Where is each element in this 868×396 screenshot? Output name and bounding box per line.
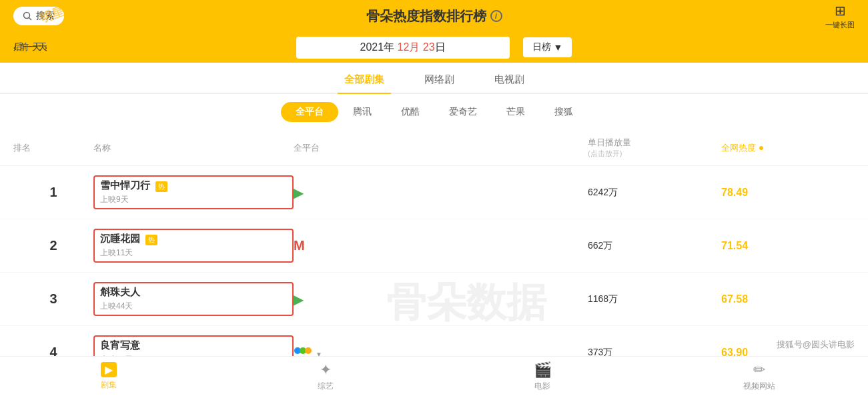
platform-youku[interactable]: 优酷 [386, 102, 434, 122]
show-tag-2: 热 [145, 235, 157, 245]
heat-1: 78.49 [721, 187, 855, 199]
views-2: 662万 [588, 240, 721, 252]
nav-movie[interactable]: 🎬 电影 [434, 361, 651, 392]
platform-tencent[interactable]: 腾讯 [338, 102, 386, 122]
content-tabs: 全部剧集 网络剧 电视剧 [0, 63, 868, 94]
movie-icon: 🎬 [534, 361, 552, 379]
svg-point-0 [24, 13, 30, 19]
info-icon[interactable]: i [490, 10, 502, 22]
show-days-2: 上映11天 [100, 247, 287, 259]
svg-point-4 [305, 347, 312, 354]
platform-icon-3: ▶ [294, 291, 588, 307]
platform-filter: 全平台 腾讯 优酷 爱奇艺 芒果 搜狐 [0, 94, 868, 130]
show-title-1: 雪中悍刀行 热 [100, 179, 287, 192]
show-name-col-2: 沉睡花园 热 上映11天 [93, 229, 294, 263]
heat-2: 71.54 [721, 240, 855, 252]
screenshot-icon: ⊞ [835, 3, 846, 19]
date-bar: ‹ 前一天 2021年 12月 23日 日榜 ▼ 后一天 › [0, 32, 868, 63]
col-platform-header: 全平台 [294, 142, 588, 154]
platform-iqiyi[interactable]: 爱奇艺 [434, 102, 492, 122]
table-header: 排名 名称 全平台 单日播放量 (点击放开) 全网热度 ● [0, 130, 868, 166]
header: 搜索 骨朵热度指数排行榜 i ⊞ 一键长图 明星 [0, 0, 868, 32]
platform-sohu[interactable]: 搜狐 [540, 102, 588, 122]
search-icon [23, 11, 32, 21]
show-title-3: 斛珠夫人 [100, 286, 287, 299]
platform-icon-1: ▶ [294, 185, 588, 201]
show-title-4: 良宵写意 [100, 339, 287, 352]
show-days-3: 上映44天 [100, 301, 287, 312]
video-site-icon: ✏ [753, 361, 765, 379]
one-key-button[interactable]: ⊞ 一键长图 [825, 3, 855, 30]
search-label: 搜索 [36, 10, 55, 22]
table-row: 3 斛珠夫人 上映44天 ▶ 1168万 67.58 [0, 273, 868, 326]
show-name-col-1: 雪中悍刀行 热 上映9天 [93, 175, 294, 209]
bottom-nav: ▶ 剧集 ✦ 综艺 🎬 电影 ✏ 视频网站 [0, 356, 868, 396]
tab-all-series[interactable]: 全部剧集 [338, 69, 391, 93]
col-name-header: 名称 [93, 142, 294, 154]
views-1: 6242万 [588, 187, 721, 199]
variety-icon: ✦ [320, 361, 332, 379]
rank-3: 3 [13, 291, 93, 307]
platform-mango[interactable]: 芒果 [492, 102, 540, 122]
col-views-header: 单日播放量 (点击放开) [588, 137, 721, 159]
tab-web-drama[interactable]: 网络剧 [418, 69, 461, 93]
nav-video-site[interactable]: ✏ 视频网站 [651, 361, 868, 392]
search-button[interactable]: 搜索 [13, 7, 64, 25]
header-title: 骨朵热度指数排行榜 i [366, 7, 502, 25]
col-rank-header: 排名 [13, 142, 93, 154]
sohu-watermark: 搜狐号@圆头讲电影 [777, 339, 855, 351]
show-tag-1: 热 [155, 181, 167, 192]
table-row: 2 沉睡花园 热 上映11天 M 662万 71.54 [0, 219, 868, 273]
table-row: 1 雪中悍刀行 热 上映9天 ▶ 6242万 78.49 [0, 166, 868, 219]
col-heat-header: 全网热度 ● [721, 142, 855, 154]
next-day-button[interactable]: 后一天 › [13, 41, 855, 53]
heat-3: 67.58 [721, 293, 855, 305]
nav-drama[interactable]: ▶ 剧集 [0, 362, 217, 391]
svg-line-1 [29, 18, 32, 21]
rank-2: 2 [13, 238, 93, 253]
show-title-2: 沉睡花园 热 [100, 233, 287, 245]
views-3: 1168万 [588, 293, 721, 305]
rank-1: 1 [13, 185, 93, 200]
platform-icon-2: M [294, 238, 588, 253]
nav-variety[interactable]: ✦ 综艺 [217, 361, 434, 392]
tab-tv-drama[interactable]: 电视剧 [488, 69, 531, 93]
show-days-1: 上映9天 [100, 194, 287, 205]
platform-all[interactable]: 全平台 [281, 102, 338, 122]
drama-icon: ▶ [101, 362, 117, 377]
show-name-col-3: 斛珠夫人 上映44天 [93, 282, 294, 316]
